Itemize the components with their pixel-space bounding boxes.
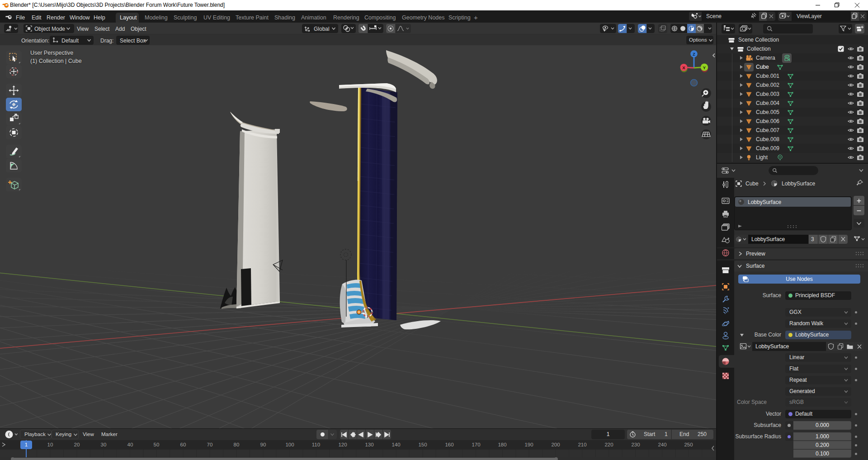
svg-text:X: X <box>682 65 685 70</box>
svg-text:Z: Z <box>693 52 695 57</box>
svg-text:Y: Y <box>703 65 706 70</box>
